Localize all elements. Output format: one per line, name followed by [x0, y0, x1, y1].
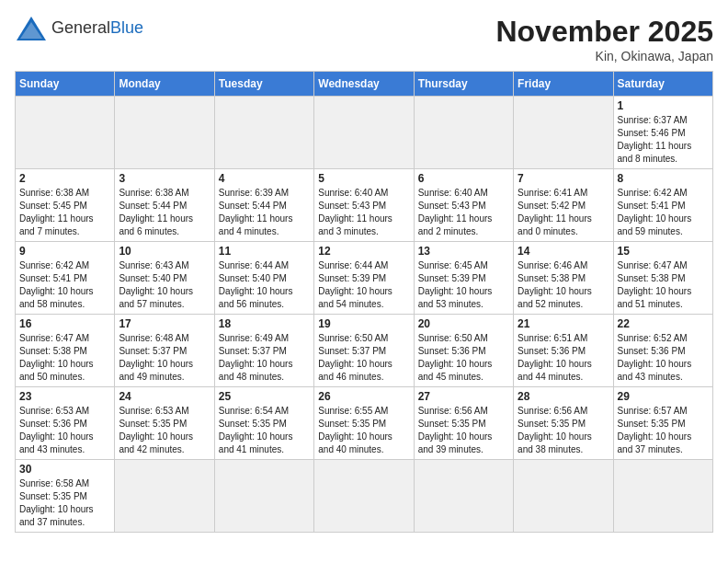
logo-text: GeneralBlue: [51, 18, 143, 39]
day-number: 16: [19, 317, 110, 330]
calendar-cell: 16Sunrise: 6:47 AM Sunset: 5:38 PM Dayli…: [16, 315, 115, 387]
day-info: Sunrise: 6:53 AM Sunset: 5:35 PM Dayligh…: [119, 405, 210, 456]
calendar-cell: 8Sunrise: 6:42 AM Sunset: 5:41 PM Daylig…: [613, 169, 712, 242]
day-number: 15: [618, 245, 709, 258]
calendar-cell: 12Sunrise: 6:44 AM Sunset: 5:39 PM Dayli…: [314, 242, 414, 315]
header-day-sunday: Sunday: [16, 72, 115, 97]
month-title: November 2025: [495, 15, 713, 49]
calendar-cell: [514, 460, 613, 533]
day-number: 19: [318, 317, 409, 330]
day-number: 17: [119, 317, 210, 330]
day-info: Sunrise: 6:53 AM Sunset: 5:36 PM Dayligh…: [19, 405, 110, 456]
day-number: 10: [119, 245, 210, 258]
calendar-cell: 19Sunrise: 6:50 AM Sunset: 5:37 PM Dayli…: [314, 315, 414, 387]
day-number: 29: [618, 390, 709, 403]
logo-general: General: [51, 18, 110, 37]
calendar-cell: 30Sunrise: 6:58 AM Sunset: 5:35 PM Dayli…: [16, 460, 115, 533]
day-number: 8: [618, 172, 709, 185]
week-row-3: 9Sunrise: 6:42 AM Sunset: 5:41 PM Daylig…: [16, 242, 713, 315]
day-info: Sunrise: 6:51 AM Sunset: 5:36 PM Dayligh…: [518, 332, 609, 384]
day-number: 1: [618, 99, 709, 112]
calendar-cell: 15Sunrise: 6:47 AM Sunset: 5:38 PM Dayli…: [613, 242, 712, 315]
day-info: Sunrise: 6:43 AM Sunset: 5:40 PM Dayligh…: [119, 259, 210, 311]
day-number: 25: [219, 390, 310, 403]
calendar-cell: 2Sunrise: 6:38 AM Sunset: 5:45 PM Daylig…: [16, 169, 115, 242]
calendar-cell: 17Sunrise: 6:48 AM Sunset: 5:37 PM Dayli…: [115, 315, 214, 387]
week-row-4: 16Sunrise: 6:47 AM Sunset: 5:38 PM Dayli…: [16, 315, 713, 387]
day-info: Sunrise: 6:54 AM Sunset: 5:35 PM Dayligh…: [219, 405, 310, 456]
day-info: Sunrise: 6:40 AM Sunset: 5:43 PM Dayligh…: [318, 187, 409, 238]
day-number: 18: [219, 317, 310, 330]
header-day-thursday: Thursday: [414, 72, 513, 97]
header-day-tuesday: Tuesday: [214, 72, 313, 97]
calendar-header: SundayMondayTuesdayWednesdayThursdayFrid…: [16, 72, 713, 97]
calendar-cell: [115, 460, 214, 533]
day-info: Sunrise: 6:44 AM Sunset: 5:39 PM Dayligh…: [318, 259, 409, 311]
calendar-cell: 1Sunrise: 6:37 AM Sunset: 5:46 PM Daylig…: [613, 97, 712, 169]
header-row: SundayMondayTuesdayWednesdayThursdayFrid…: [16, 72, 713, 97]
calendar-cell: 5Sunrise: 6:40 AM Sunset: 5:43 PM Daylig…: [314, 169, 414, 242]
day-number: 5: [318, 172, 409, 185]
calendar: SundayMondayTuesdayWednesdayThursdayFrid…: [15, 71, 713, 533]
calendar-cell: [514, 97, 613, 169]
calendar-cell: 29Sunrise: 6:57 AM Sunset: 5:35 PM Dayli…: [613, 387, 712, 460]
calendar-cell: 27Sunrise: 6:56 AM Sunset: 5:35 PM Dayli…: [414, 387, 513, 460]
day-number: 20: [418, 317, 509, 330]
calendar-cell: [314, 97, 414, 169]
calendar-cell: 23Sunrise: 6:53 AM Sunset: 5:36 PM Dayli…: [16, 387, 115, 460]
day-number: 27: [418, 390, 509, 403]
day-info: Sunrise: 6:46 AM Sunset: 5:38 PM Dayligh…: [518, 259, 609, 311]
logo: GeneralBlue: [15, 15, 143, 42]
day-number: 28: [518, 390, 609, 403]
week-row-1: 1Sunrise: 6:37 AM Sunset: 5:46 PM Daylig…: [16, 97, 713, 169]
day-info: Sunrise: 6:39 AM Sunset: 5:44 PM Dayligh…: [219, 187, 310, 238]
day-number: 11: [219, 245, 310, 258]
day-info: Sunrise: 6:40 AM Sunset: 5:43 PM Dayligh…: [418, 187, 509, 238]
calendar-cell: [414, 97, 513, 169]
calendar-cell: 14Sunrise: 6:46 AM Sunset: 5:38 PM Dayli…: [514, 242, 613, 315]
title-block: November 2025 Kin, Okinawa, Japan: [495, 15, 713, 63]
header-day-saturday: Saturday: [613, 72, 712, 97]
day-number: 9: [19, 245, 110, 258]
day-number: 12: [318, 245, 409, 258]
calendar-cell: 28Sunrise: 6:56 AM Sunset: 5:35 PM Dayli…: [514, 387, 613, 460]
calendar-cell: 11Sunrise: 6:44 AM Sunset: 5:40 PM Dayli…: [214, 242, 313, 315]
day-info: Sunrise: 6:56 AM Sunset: 5:35 PM Dayligh…: [418, 405, 509, 456]
calendar-cell: 20Sunrise: 6:50 AM Sunset: 5:36 PM Dayli…: [414, 315, 513, 387]
header-day-monday: Monday: [115, 72, 214, 97]
calendar-cell: [214, 460, 313, 533]
header-day-friday: Friday: [514, 72, 613, 97]
day-info: Sunrise: 6:52 AM Sunset: 5:36 PM Dayligh…: [618, 332, 709, 384]
day-number: 23: [19, 390, 110, 403]
location: Kin, Okinawa, Japan: [495, 49, 713, 63]
day-number: 4: [219, 172, 310, 185]
calendar-cell: [16, 97, 115, 169]
week-row-6: 30Sunrise: 6:58 AM Sunset: 5:35 PM Dayli…: [16, 460, 713, 533]
day-number: 26: [318, 390, 409, 403]
week-row-5: 23Sunrise: 6:53 AM Sunset: 5:36 PM Dayli…: [16, 387, 713, 460]
day-info: Sunrise: 6:58 AM Sunset: 5:35 PM Dayligh…: [19, 477, 110, 529]
day-number: 6: [418, 172, 509, 185]
day-info: Sunrise: 6:37 AM Sunset: 5:46 PM Dayligh…: [618, 114, 709, 166]
calendar-cell: 9Sunrise: 6:42 AM Sunset: 5:41 PM Daylig…: [16, 242, 115, 315]
calendar-cell: 24Sunrise: 6:53 AM Sunset: 5:35 PM Dayli…: [115, 387, 214, 460]
day-info: Sunrise: 6:47 AM Sunset: 5:38 PM Dayligh…: [19, 332, 110, 384]
day-number: 3: [119, 172, 210, 185]
day-number: 14: [518, 245, 609, 258]
calendar-cell: 7Sunrise: 6:41 AM Sunset: 5:42 PM Daylig…: [514, 169, 613, 242]
calendar-cell: [214, 97, 313, 169]
calendar-cell: 3Sunrise: 6:38 AM Sunset: 5:44 PM Daylig…: [115, 169, 214, 242]
day-info: Sunrise: 6:42 AM Sunset: 5:41 PM Dayligh…: [19, 259, 110, 311]
day-info: Sunrise: 6:42 AM Sunset: 5:41 PM Dayligh…: [618, 187, 709, 238]
day-info: Sunrise: 6:41 AM Sunset: 5:42 PM Dayligh…: [518, 187, 609, 238]
calendar-cell: 6Sunrise: 6:40 AM Sunset: 5:43 PM Daylig…: [414, 169, 513, 242]
calendar-cell: 10Sunrise: 6:43 AM Sunset: 5:40 PM Dayli…: [115, 242, 214, 315]
day-number: 24: [119, 390, 210, 403]
calendar-cell: 18Sunrise: 6:49 AM Sunset: 5:37 PM Dayli…: [214, 315, 313, 387]
calendar-cell: [613, 460, 712, 533]
day-info: Sunrise: 6:57 AM Sunset: 5:35 PM Dayligh…: [618, 405, 709, 456]
day-info: Sunrise: 6:50 AM Sunset: 5:36 PM Dayligh…: [418, 332, 509, 384]
day-info: Sunrise: 6:56 AM Sunset: 5:35 PM Dayligh…: [518, 405, 609, 456]
day-number: 13: [418, 245, 509, 258]
calendar-cell: 25Sunrise: 6:54 AM Sunset: 5:35 PM Dayli…: [214, 387, 313, 460]
